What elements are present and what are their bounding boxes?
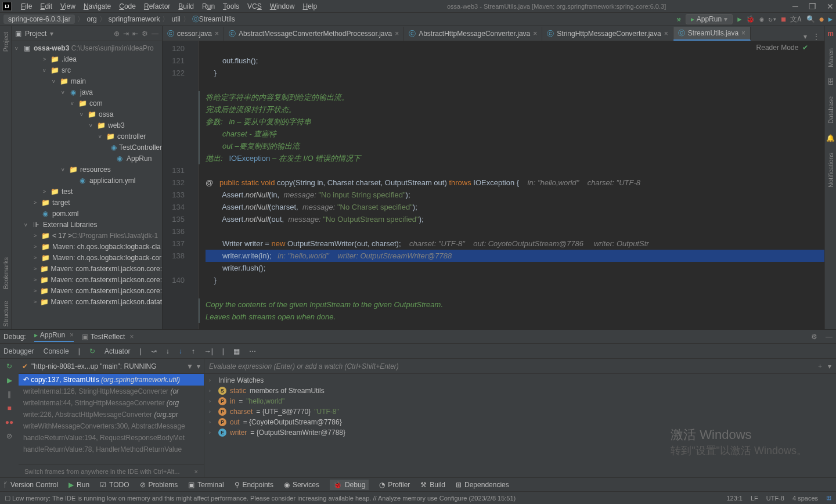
variable-row[interactable]: ›Pout = {CoyoteOutputStream@7786}: [204, 417, 836, 427]
tw-terminal[interactable]: ▣ Terminal: [188, 481, 224, 489]
fold-column[interactable]: [190, 41, 199, 329]
breakpoints-icon[interactable]: ●●: [5, 418, 14, 426]
variables-list[interactable]: ›Inline Watches›Sstatic members of Strea…: [204, 374, 836, 477]
breadcrumb-part[interactable]: org: [87, 15, 96, 23]
profile-icon[interactable]: ↻▾: [769, 15, 777, 23]
tree-node[interactable]: ◉application.yml: [12, 175, 162, 186]
expand-icon[interactable]: ⇤: [132, 30, 138, 38]
hide-icon[interactable]: —: [152, 30, 158, 38]
tree-node[interactable]: ◉pom.xml: [12, 208, 162, 219]
filter-icon[interactable]: ▼: [186, 362, 193, 370]
stack-frame[interactable]: handleReturnValue:194, RequestResponseBo…: [19, 432, 204, 444]
evaluate-icon[interactable]: ▦: [233, 347, 240, 355]
frames-list[interactable]: ↶ copy:137, StreamUtils (org.springframe…: [19, 374, 204, 465]
translate-icon[interactable]: 文A: [790, 15, 801, 24]
tree-node[interactable]: >📁test: [12, 186, 162, 197]
gear-icon[interactable]: ⚙: [811, 333, 817, 341]
stack-frame[interactable]: writeInternal:126, StringHttpMessageConv…: [19, 386, 204, 397]
tw-todo[interactable]: ☑ TODO: [100, 481, 129, 489]
tree-node[interactable]: >📁Maven: ch.qos.logback:logback-cla: [12, 241, 162, 252]
minimize-panel-icon[interactable]: —: [826, 333, 833, 341]
ide-avatar-icon[interactable]: ●: [820, 15, 824, 23]
run-to-cursor-icon[interactable]: →|: [204, 347, 213, 355]
step-into-icon[interactable]: ↓: [166, 347, 170, 355]
tw-problems[interactable]: ⊘ Problems: [140, 481, 178, 489]
tree-node[interactable]: v📁resources: [12, 164, 162, 175]
tree-node[interactable]: v📁src: [12, 64, 162, 75]
variable-row[interactable]: ›Pcharset = {UTF_8@7770} "UTF-8": [204, 406, 836, 417]
debugger-subtab[interactable]: Debugger: [3, 347, 34, 355]
breadcrumb-root[interactable]: spring-core-6.0.3.jar: [3, 15, 75, 24]
console-subtab[interactable]: Console: [44, 347, 69, 355]
encoding[interactable]: UTF-8: [766, 495, 784, 502]
pause-icon[interactable]: ‖: [8, 390, 11, 398]
jetbrains-icon[interactable]: ▶: [828, 15, 833, 23]
menu-file[interactable]: File: [17, 1, 35, 12]
tree-node[interactable]: v📁web3: [12, 120, 162, 131]
tw-debug[interactable]: 🐞 Debug: [330, 480, 369, 490]
tab-bookmarks[interactable]: Bookmarks: [2, 255, 9, 291]
menu-window[interactable]: Window: [266, 1, 298, 12]
variable-row[interactable]: ›Pin = "hello,world": [204, 396, 836, 406]
editor-tab[interactable]: ⓒcessor.java×: [163, 27, 224, 41]
menu-navigate[interactable]: Navigate: [80, 1, 114, 12]
tree-node[interactable]: v◉java: [12, 87, 162, 98]
close-icon[interactable]: ✕: [827, 2, 834, 11]
menu-edit[interactable]: Edit: [37, 1, 56, 12]
caret-position[interactable]: 123:1: [726, 495, 743, 502]
tree-node[interactable]: >📁target: [12, 197, 162, 208]
notifications-icon[interactable]: 🔔: [826, 134, 835, 142]
editor-tab[interactable]: ⓒStreamUtils.java×: [673, 27, 751, 41]
resume-icon[interactable]: ▶: [7, 376, 12, 384]
stop-debug-icon[interactable]: ■: [7, 404, 11, 412]
force-step-icon[interactable]: ↓: [179, 347, 182, 355]
build-icon[interactable]: ⚒: [677, 15, 681, 23]
mute-bp-icon[interactable]: ⊘: [6, 432, 12, 440]
maximize-icon[interactable]: ❐: [809, 2, 816, 11]
debug-tab-testreflect[interactable]: ▣TestReflect×: [82, 333, 134, 341]
run-icon[interactable]: ▶: [737, 15, 741, 23]
project-tree[interactable]: v▣ossa-web3 C:\Users\sunjinxin\IdeaPro >…: [12, 41, 162, 329]
search-icon[interactable]: 🔍: [806, 15, 815, 23]
locate-icon[interactable]: ⊕: [114, 30, 120, 38]
stack-frame[interactable]: handleReturnValue:78, HandlerMethodRetur…: [19, 444, 204, 455]
breadcrumb-part[interactable]: util: [171, 15, 180, 23]
menu-code[interactable]: Code: [116, 1, 139, 12]
more-icon[interactable]: ⋯: [249, 347, 256, 355]
line-separator[interactable]: LF: [751, 495, 758, 502]
tree-node[interactable]: >📁Maven: com.fasterxml.jackson.core:: [12, 285, 162, 296]
tab-notifications[interactable]: Notifications: [827, 150, 834, 190]
tree-node[interactable]: v📁main: [12, 75, 162, 87]
tree-node[interactable]: >📁Maven: com.fasterxml.jackson.core:: [12, 274, 162, 285]
debug-tab-apprun[interactable]: ▸AppRun×: [34, 331, 74, 342]
stack-frame[interactable]: ↶ copy:137, StreamUtils (org.springframe…: [19, 374, 204, 386]
coverage-icon[interactable]: ◉: [759, 15, 763, 23]
tree-node[interactable]: v📁com: [12, 98, 162, 109]
menu-build[interactable]: Build: [175, 1, 197, 12]
step-out-icon[interactable]: ↑: [192, 347, 195, 355]
menu-run[interactable]: Run: [199, 1, 218, 12]
stack-frame[interactable]: writeInternal:44, StringHttpMessageConve…: [19, 397, 204, 409]
menu-tools[interactable]: Tools: [219, 1, 243, 12]
tw-version-control[interactable]: ᚶ Version Control: [3, 481, 58, 489]
stack-frame[interactable]: writeWithMessageConverters:300, Abstract…: [19, 420, 204, 432]
code-area[interactable]: out.flush(); } 将给定字符串的内容复制到给定的输出流。 完成后使流…: [199, 41, 824, 329]
tree-node[interactable]: v⊪External Libraries: [12, 219, 162, 230]
tree-node[interactable]: v📁ossa: [12, 109, 162, 120]
editor-tab[interactable]: ⓒAbstractHttpMessageConverter.java×: [404, 27, 542, 41]
tw-build[interactable]: ⚒ Build: [420, 481, 445, 489]
variable-row[interactable]: ›Inline Watches: [204, 375, 836, 386]
tab-maven[interactable]: Maven: [827, 46, 834, 70]
tree-node[interactable]: ◉TestController: [12, 142, 162, 153]
breadcrumb-file[interactable]: StreamUtils: [199, 15, 235, 23]
variable-row[interactable]: ›Ewriter = {OutputStreamWriter@7788}: [204, 427, 836, 438]
tw-endpoints[interactable]: ⚲ Endpoints: [235, 481, 273, 489]
stack-frame[interactable]: write:226, AbstractHttpMessageConverter …: [19, 409, 204, 420]
menu-vcs[interactable]: VCS: [244, 1, 265, 12]
menu-view[interactable]: View: [57, 1, 79, 12]
rerun-icon[interactable]: ↻: [6, 362, 12, 370]
indent[interactable]: 4 spaces: [792, 495, 818, 502]
tree-node[interactable]: >📁Maven: com.fasterxml.jackson.datat: [12, 296, 162, 307]
minimize-icon[interactable]: ─: [792, 2, 798, 11]
tab-database[interactable]: Database: [827, 94, 834, 126]
